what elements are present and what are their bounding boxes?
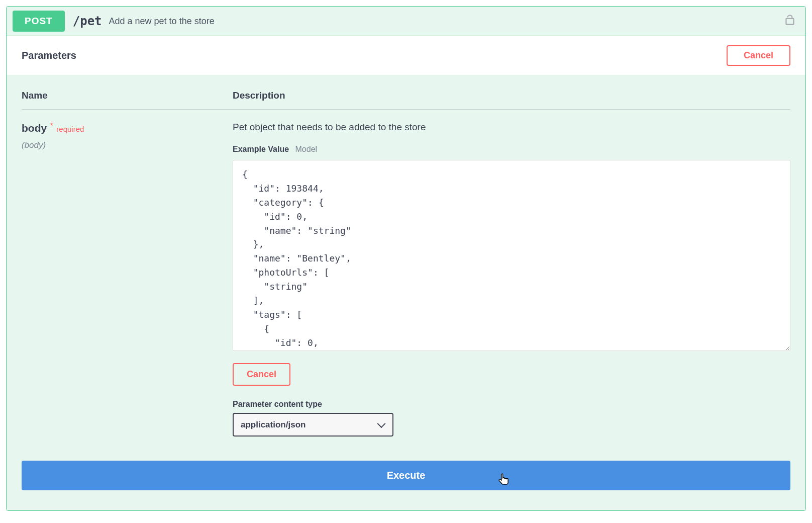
parameters-header: Parameters Cancel — [7, 36, 805, 75]
opblock-summary[interactable]: POST /pet Add a new pet to the store — [7, 7, 805, 36]
endpoint-path: /pet — [73, 14, 102, 28]
param-name-cell: body * required (body) — [22, 122, 233, 437]
content-type-select-wrapper: application/json — [233, 413, 393, 437]
content-type-block: Parameter content type application/json — [233, 400, 790, 437]
tab-model[interactable]: Model — [295, 145, 318, 154]
param-description: Pet object that needs to be added to the… — [233, 122, 790, 133]
parameters-content: Name Description body * required (body) … — [7, 75, 805, 510]
opblock-post-pet: POST /pet Add a new pet to the store Par… — [6, 6, 806, 511]
endpoint-summary: Add a new pet to the store — [109, 16, 215, 27]
parameters-table-header: Name Description — [22, 90, 790, 110]
tab-example-value[interactable]: Example Value — [233, 145, 289, 154]
required-label: required — [56, 125, 84, 133]
cancel-body-button[interactable]: Cancel — [233, 363, 290, 386]
column-description: Description — [233, 90, 790, 101]
param-name: body — [22, 122, 47, 134]
body-textarea[interactable] — [233, 160, 790, 351]
column-name: Name — [22, 90, 233, 101]
required-star: * — [50, 122, 53, 130]
cancel-button[interactable]: Cancel — [727, 45, 790, 66]
param-desc-cell: Pet object that needs to be added to the… — [233, 122, 790, 437]
method-badge: POST — [13, 11, 65, 32]
execute-button[interactable]: Execute — [22, 461, 790, 490]
parameters-title: Parameters — [22, 50, 76, 61]
opblock-body: Parameters Cancel Name Description body … — [7, 36, 805, 510]
content-type-select[interactable]: application/json — [233, 413, 393, 437]
unlock-icon[interactable] — [783, 14, 796, 29]
parameter-row: body * required (body) Pet object that n… — [22, 122, 790, 437]
parameters-table: Name Description body * required (body) … — [22, 90, 790, 437]
param-in: (body) — [22, 140, 233, 150]
body-tabs: Example Value Model — [233, 145, 790, 154]
content-type-label: Parameter content type — [233, 400, 790, 409]
